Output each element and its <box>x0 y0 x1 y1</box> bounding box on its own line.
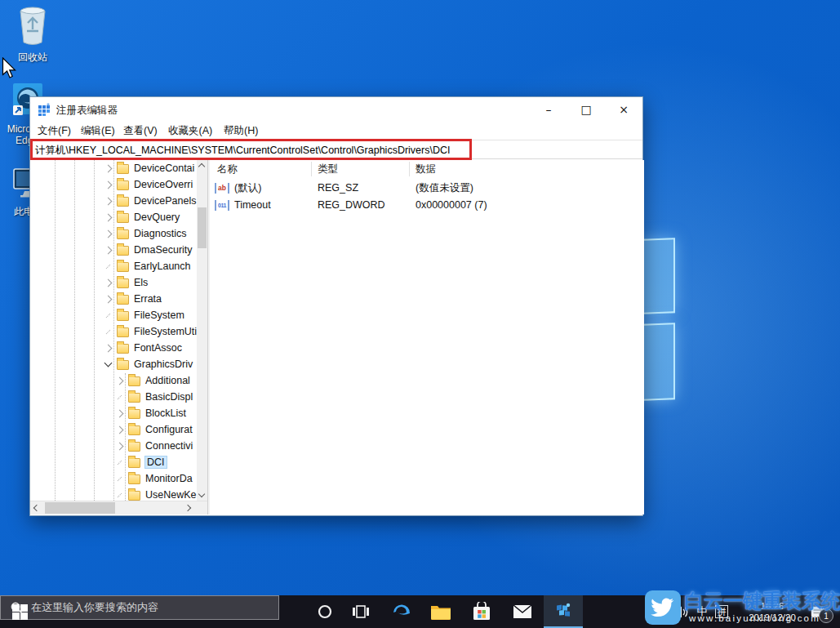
tree-item[interactable]: Diagnostics <box>30 225 197 242</box>
chevron-down-icon[interactable] <box>104 359 113 367</box>
menu-help[interactable]: 帮助(H) <box>224 124 258 138</box>
chevron-right-icon[interactable] <box>104 246 113 254</box>
tree-item[interactable]: UseNewKe <box>30 487 197 501</box>
title-bar[interactable]: 注册表编辑器 – □ × <box>30 97 642 122</box>
notification-badge[interactable]: 1 <box>819 608 833 623</box>
chevron-right-icon[interactable] <box>104 278 113 287</box>
chevron-right-icon[interactable] <box>104 164 113 172</box>
tree-item[interactable]: DeviceContai <box>30 160 197 176</box>
tree-item[interactable]: DevQuery <box>30 209 197 225</box>
chevron-right-icon[interactable] <box>104 295 113 303</box>
tray-clock[interactable]: 16:26 2019/12/20 <box>735 600 810 623</box>
edge-icon <box>391 601 412 622</box>
tree-item[interactable]: Errata <box>30 291 197 307</box>
tree-item[interactable]: Els <box>30 274 197 291</box>
taskbar-regedit-button-active[interactable] <box>544 595 583 628</box>
close-button[interactable]: × <box>605 97 642 122</box>
tree-item[interactable]: FileSystemUti <box>30 323 197 340</box>
folder-icon <box>128 409 140 419</box>
column-header-type[interactable]: 类型 <box>318 163 338 176</box>
clock-date: 2019/12/20 <box>735 612 810 623</box>
tree-horizontal-scrollbar[interactable] <box>30 501 207 514</box>
taskbar-store-button[interactable] <box>462 595 501 628</box>
window-title: 注册表编辑器 <box>56 104 118 118</box>
menu-favorites[interactable]: 收藏夹(A) <box>168 124 212 138</box>
cortana-icon <box>318 604 332 619</box>
chevron-right-icon[interactable] <box>116 409 124 417</box>
task-view-button[interactable] <box>343 595 379 628</box>
column-separator[interactable] <box>409 162 410 176</box>
registry-app-icon <box>38 103 51 119</box>
taskbar-mail-button[interactable] <box>503 595 542 628</box>
scrollbar-thumb[interactable] <box>198 207 207 248</box>
string-value-icon <box>215 183 229 194</box>
menu-edit[interactable]: 编辑(E) <box>81 124 115 138</box>
store-icon <box>473 602 491 621</box>
registry-tree: DeviceContai DeviceOverri DevicePanels D… <box>30 160 197 501</box>
tree-item[interactable]: FontAssoc <box>30 340 197 356</box>
ime-language-indicator[interactable]: 中 <box>692 595 712 628</box>
tree-vertical-scrollbar[interactable] <box>197 160 207 501</box>
scroll-left-icon[interactable] <box>33 505 40 511</box>
tree-item[interactable]: Connectivi <box>30 438 197 454</box>
column-separator[interactable] <box>311 162 312 176</box>
desktop-icon-recycle-bin[interactable]: 回收站 <box>2 5 64 63</box>
menu-view[interactable]: 查看(V) <box>123 124 158 138</box>
ime-mode-indicator[interactable]: 拼 <box>712 595 731 628</box>
scroll-down-icon[interactable] <box>198 491 205 497</box>
folder-icon <box>117 295 129 305</box>
folder-icon <box>128 491 140 501</box>
tree-item[interactable]: BlockList <box>30 405 197 421</box>
tree-item[interactable]: DmaSecurity <box>30 242 197 258</box>
folder-icon <box>117 229 129 239</box>
scrollbar-thumb[interactable] <box>45 502 115 514</box>
folder-icon <box>117 262 129 272</box>
folder-icon <box>128 393 140 403</box>
chevron-right-icon[interactable] <box>116 425 124 434</box>
tree-item[interactable]: GraphicsDriv <box>30 356 197 372</box>
tree-leaf-stub <box>118 394 122 399</box>
cortana-button[interactable] <box>307 595 343 628</box>
value-name: Timeout <box>234 199 271 211</box>
taskbar-explorer-button[interactable] <box>421 595 460 628</box>
volume-tray-icon[interactable] <box>669 595 692 628</box>
chevron-right-icon[interactable] <box>104 213 113 221</box>
tree-item[interactable]: DevicePanels <box>30 193 197 209</box>
folder-icon <box>430 604 451 621</box>
tree-item-dci-selected[interactable]: DCI <box>30 454 197 470</box>
chevron-right-icon[interactable] <box>104 197 113 205</box>
menu-bar: 文件(F) 编辑(E) 查看(V) 收藏夹(A) 帮助(H) <box>30 122 642 140</box>
tree-item[interactable]: Additional <box>30 372 197 389</box>
chevron-right-icon[interactable] <box>104 229 113 238</box>
taskbar-search-box[interactable]: 在这里输入你要搜索的内容 <box>0 595 279 620</box>
tree-item[interactable]: MonitorDa <box>30 470 197 487</box>
chevron-right-icon[interactable] <box>116 442 124 450</box>
value-name: (默认) <box>234 181 261 195</box>
tree-leaf-stub <box>106 313 111 318</box>
tree-item[interactable]: EarlyLaunch <box>30 258 197 274</box>
tree-item[interactable]: FileSystem <box>30 307 197 323</box>
mail-icon <box>513 604 532 619</box>
minimize-button[interactable]: – <box>530 97 567 122</box>
menu-file[interactable]: 文件(F) <box>38 124 71 138</box>
chevron-right-icon[interactable] <box>104 344 113 352</box>
tree-item[interactable]: Configurat <box>30 421 197 438</box>
start-button[interactable] <box>0 595 39 628</box>
address-bar[interactable]: 计算机\HKEY_LOCAL_MACHINE\SYSTEM\CurrentCon… <box>30 140 642 159</box>
scroll-up-icon[interactable] <box>198 163 205 170</box>
maximize-button[interactable]: □ <box>567 97 605 122</box>
taskbar-edge-button[interactable] <box>382 595 421 628</box>
folder-icon <box>117 327 129 337</box>
scroll-right-icon[interactable] <box>184 505 191 511</box>
tree-item[interactable]: BasicDispl <box>30 389 197 405</box>
folder-icon <box>117 197 129 207</box>
chevron-right-icon[interactable] <box>104 180 113 189</box>
tree-item[interactable]: DeviceOverri <box>30 176 197 193</box>
value-type: REG_DWORD <box>318 199 385 211</box>
value-row-timeout[interactable]: Timeout REG_DWORD 0x00000007 (7) <box>215 197 639 213</box>
column-header-name[interactable]: 名称 <box>217 163 238 176</box>
folder-icon <box>117 344 129 354</box>
value-row-default[interactable]: (默认) REG_SZ (数值未设置) <box>215 180 639 196</box>
column-header-data[interactable]: 数据 <box>416 163 436 176</box>
chevron-right-icon[interactable] <box>116 376 124 385</box>
